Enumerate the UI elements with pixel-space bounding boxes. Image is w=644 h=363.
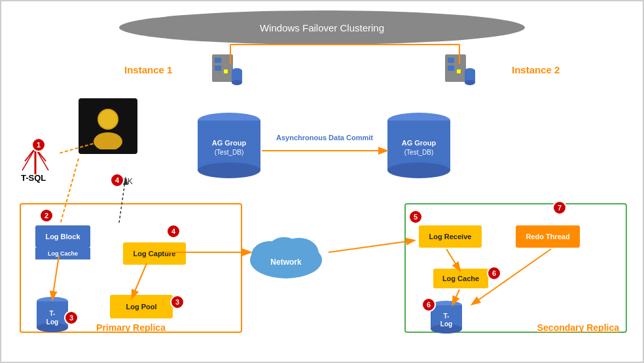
wfc-ellipse: Windows Failover Clustering bbox=[119, 10, 525, 45]
badge-2: 2 bbox=[39, 208, 54, 223]
svg-text:T-: T- bbox=[50, 310, 56, 317]
main-diagram: Windows Failover Clustering bbox=[0, 0, 644, 363]
svg-text:T-: T- bbox=[444, 313, 450, 320]
instance2-label: Instance 2 bbox=[512, 64, 560, 75]
svg-text:(Test_DB): (Test_DB) bbox=[215, 149, 243, 156]
svg-line-9 bbox=[329, 240, 414, 252]
badge-7: 7 bbox=[552, 201, 567, 215]
svg-rect-17 bbox=[215, 66, 221, 71]
instance1-label: Instance 1 bbox=[124, 64, 172, 75]
badge-4b: 4 bbox=[166, 224, 181, 239]
svg-rect-18 bbox=[224, 69, 228, 73]
svg-point-21 bbox=[232, 80, 242, 85]
svg-text:Log: Log bbox=[440, 320, 452, 328]
user-avatar bbox=[79, 98, 137, 154]
ag-group-right: AG Group (Test_DB) bbox=[386, 111, 452, 183]
ag-group-left: AG Group (Test_DB) bbox=[196, 111, 262, 183]
svg-rect-24 bbox=[448, 66, 454, 71]
wfc-label: Windows Failover Clustering bbox=[260, 22, 384, 33]
network-cloud: Network bbox=[243, 224, 329, 283]
svg-point-41 bbox=[99, 110, 117, 128]
svg-rect-16 bbox=[215, 58, 221, 63]
log-capture-box: Log Capture bbox=[123, 242, 186, 265]
server-icon-2 bbox=[438, 51, 478, 90]
svg-text:AG Group: AG Group bbox=[402, 139, 437, 147]
svg-point-31 bbox=[198, 162, 260, 178]
log-pool-box: Log Pool bbox=[110, 295, 173, 318]
svg-text:Log: Log bbox=[46, 318, 58, 326]
badge-3a: 3 bbox=[64, 311, 79, 325]
svg-point-36 bbox=[387, 162, 450, 178]
svg-text:AG Group: AG Group bbox=[212, 139, 247, 147]
primary-replica-label: Primary Replica bbox=[96, 322, 166, 333]
svg-text:(Test_DB): (Test_DB) bbox=[404, 149, 433, 156]
badge-6b: 6 bbox=[421, 297, 436, 312]
log-cache-label: Log Cache bbox=[35, 248, 90, 259]
redo-thread-box: Redo Thread bbox=[516, 225, 580, 248]
badge-6a: 6 bbox=[487, 266, 501, 280]
secondary-replica-label: Secondary Replica bbox=[537, 322, 619, 333]
log-block-box: Log Block bbox=[35, 225, 90, 248]
badge-3b: 3 bbox=[170, 295, 185, 309]
svg-point-40 bbox=[94, 132, 122, 149]
badge-1: 1 bbox=[31, 138, 46, 152]
svg-point-28 bbox=[465, 80, 475, 85]
badge-4a: 4 bbox=[110, 173, 124, 187]
svg-text:Network: Network bbox=[270, 258, 302, 267]
log-cache-right-box: Log Cache bbox=[433, 269, 488, 288]
svg-rect-23 bbox=[448, 58, 454, 63]
badge-5: 5 bbox=[408, 210, 423, 224]
log-receive-box: Log Receive bbox=[419, 225, 482, 248]
tsql-label: T-SQL bbox=[21, 173, 46, 183]
server-icon-1 bbox=[206, 51, 245, 90]
svg-rect-25 bbox=[457, 69, 461, 73]
async-label: Asynchronous Data Commit bbox=[276, 134, 373, 142]
svg-line-45 bbox=[22, 148, 35, 170]
